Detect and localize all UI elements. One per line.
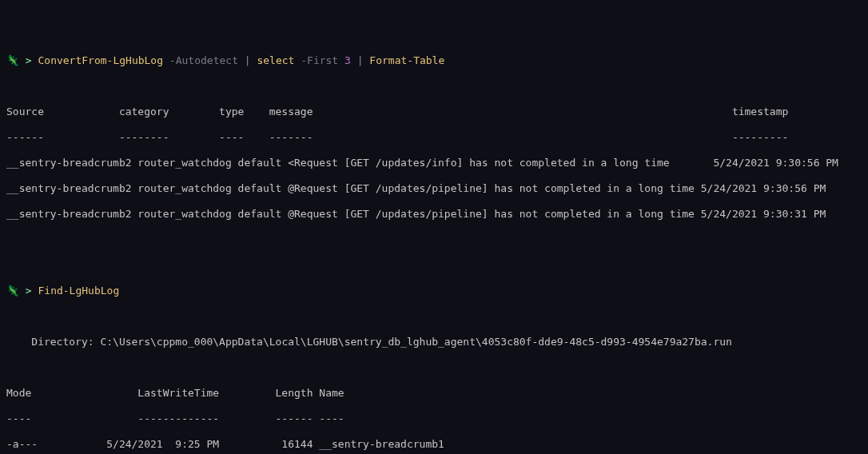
cmd-find: Find-LgHubLog	[38, 285, 119, 297]
param-first: -First	[301, 54, 338, 66]
table-row: __sentry-breadcrumb2 router_watchdog def…	[6, 157, 862, 169]
directory-line: Directory: C:\Users\cppmo_000\AppData\Lo…	[6, 336, 862, 348]
prompt-line-1[interactable]: 🦎 > ConvertFrom-LgHubLog -Autodetect | s…	[6, 54, 862, 67]
prompt-gt: >	[26, 54, 32, 66]
table-row: __sentry-breadcrumb2 router_watchdog def…	[6, 208, 862, 221]
prompt-gt: >	[26, 285, 32, 297]
pipe-icon: |	[245, 54, 251, 66]
blank-line	[6, 361, 862, 374]
prompt-icon: 🦎	[6, 285, 19, 297]
blank-line	[6, 80, 862, 93]
dir-header: Mode LastWriteTime Length Name	[6, 387, 862, 400]
dir-row: -a--- 5/24/2021 9:25 PM 16144 __sentry-b…	[6, 438, 862, 451]
blank-line	[6, 259, 862, 272]
dir-path: C:\Users\cppmo_000\AppData\Local\LGHUB\s…	[100, 336, 732, 348]
table-row: __sentry-breadcrumb2 router_watchdog def…	[6, 182, 862, 195]
dir-header-dash: ---- ------------- ------ ----	[6, 412, 862, 425]
prompt-line-2[interactable]: 🦎 > Find-LgHubLog	[6, 285, 862, 297]
pipe-icon: |	[357, 54, 364, 66]
cmd-select: select	[257, 54, 294, 66]
blank-line	[6, 310, 862, 323]
param-autodetect: -Autodetect	[169, 54, 238, 66]
dir-label: Directory:	[6, 336, 100, 348]
cmd-format-table: Format-Table	[369, 54, 444, 66]
prompt-icon: 🦎	[6, 54, 19, 66]
cmd-convertfrom: ConvertFrom-LgHubLog	[38, 54, 163, 66]
table-header: Source category type message timestamp	[6, 106, 862, 118]
table-header-dash: ------ -------- ---- ------- ---------	[6, 131, 862, 144]
blank-line	[6, 233, 862, 246]
num-first: 3	[344, 54, 351, 66]
